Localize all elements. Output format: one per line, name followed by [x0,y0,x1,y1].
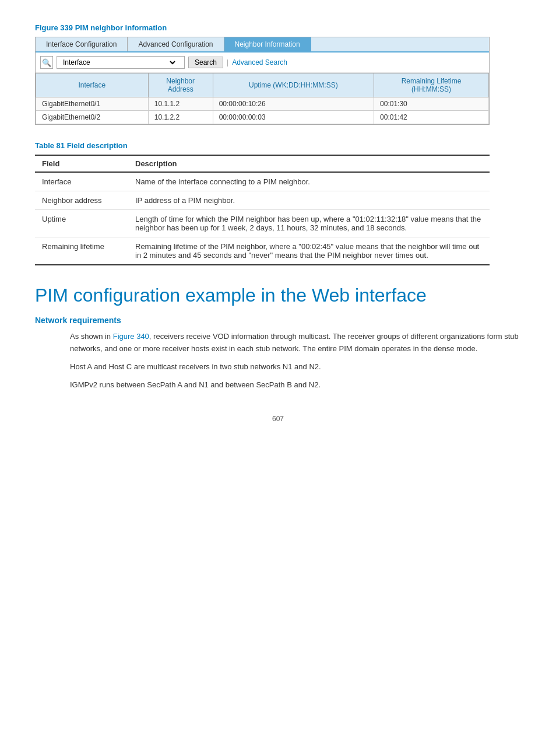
field-row-neighbor-address: Neighbor address IP address of a PIM nei… [35,191,490,210]
cell-uptime-2: 00:00:00:00:03 [213,111,374,124]
page-number: 607 [35,415,521,423]
subsection-network-requirements: Network requirements As shown in Figure … [35,316,521,391]
col-header-remaining-lifetime: Remaining Lifetime(HH:MM:SS) [374,74,489,97]
network-requirements-heading: Network requirements [35,316,521,325]
tab-interface-config[interactable]: Interface Configuration [36,37,128,51]
field-name-interface: Interface [35,172,128,191]
advanced-search-link[interactable]: Advanced Search [232,58,287,66]
field-row-interface: Interface Name of the interface connecti… [35,172,490,191]
table-row: GigabitEthernet0/1 10.1.1.2 00:00:00:10:… [36,97,489,111]
col-header-neighbor-address: NeighborAddress [148,74,213,97]
cell-interface-1: GigabitEthernet0/1 [36,97,149,111]
figure-340-link[interactable]: Figure 340 [113,332,149,341]
description-col-header: Description [128,155,490,172]
field-col-header: Field [35,155,128,172]
separator: | [227,58,228,66]
search-button[interactable]: Search [188,57,223,68]
cell-uptime-1: 00:00:00:10:26 [213,97,374,111]
field-description-table: Field Description Interface Name of the … [35,155,490,265]
cell-neighbor-addr-2: 10.1.2.2 [148,111,213,124]
col-header-interface: Interface [36,74,149,97]
tab-advanced-config[interactable]: Advanced Configuration [128,37,224,51]
cell-remaining-2: 00:01:42 [374,111,489,124]
cell-interface-2: GigabitEthernet0/2 [36,111,149,124]
cell-neighbor-addr-1: 10.1.1.2 [148,97,213,111]
network-requirements-para-3: IGMPv2 runs between SecPath A and N1 and… [70,379,521,391]
col-header-uptime: Uptime (WK:DD:HH:MM:SS) [213,74,374,97]
network-requirements-para-2: Host A and Host C are multicast receiver… [70,361,521,373]
interface-dropdown[interactable]: Interface [57,56,185,69]
table-row: GigabitEthernet0/2 10.1.2.2 00:00:00:00:… [36,111,489,124]
network-requirements-para-1: As shown in Figure 340, receivers receiv… [70,331,521,355]
field-desc-remaining-lifetime: Remaining lifetime of the PIM neighbor, … [128,237,490,265]
cell-remaining-1: 00:01:30 [374,97,489,111]
field-name-neighbor-address: Neighbor address [35,191,128,210]
field-desc-uptime: Length of time for which the PIM neighbo… [128,210,490,237]
search-bar: 🔍 Interface Search | Advanced Search [36,52,489,73]
field-desc-neighbor-address: IP address of a PIM neighbor. [128,191,490,210]
main-heading: PIM configuration example in the Web int… [35,284,521,306]
field-name-uptime: Uptime [35,210,128,237]
neighbor-table: Interface NeighborAddress Uptime (WK:DD:… [36,73,489,124]
tab-neighbor-info[interactable]: Neighbor Information [224,37,311,51]
field-desc-interface: Name of the interface connecting to a PI… [128,172,490,191]
interface-select[interactable]: Interface [61,58,177,67]
field-row-uptime: Uptime Length of time for which the PIM … [35,210,490,237]
field-name-remaining-lifetime: Remaining lifetime [35,237,128,265]
figure-caption: Figure 339 PIM neighbor information [35,23,521,32]
search-icon-box: 🔍 [40,56,53,69]
tab-interface: Interface Configuration Advanced Configu… [35,37,490,125]
tabs-row: Interface Configuration Advanced Configu… [36,37,489,52]
field-description-title: Table 81 Field description [35,141,521,150]
field-row-remaining-lifetime: Remaining lifetime Remaining lifetime of… [35,237,490,265]
search-icon: 🔍 [42,58,51,67]
